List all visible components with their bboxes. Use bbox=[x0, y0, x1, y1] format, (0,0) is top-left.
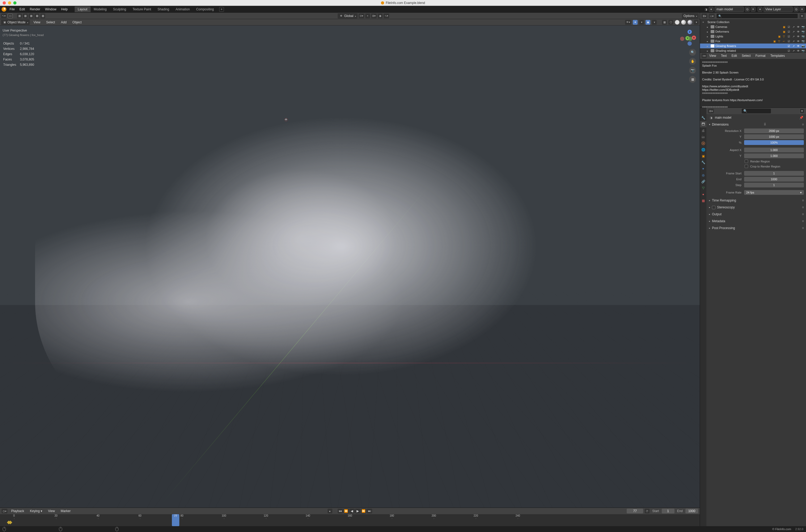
visibility-icon[interactable]: 👁 bbox=[796, 30, 800, 34]
close-window-button[interactable] bbox=[3, 1, 6, 4]
panel-menu-icon[interactable]: ≡ bbox=[802, 122, 803, 126]
viewport-menu-select[interactable]: Select bbox=[44, 20, 57, 25]
timeline-track[interactable]: 020406080100120140160180200220240 77 bbox=[0, 514, 700, 526]
selectable-icon[interactable]: ↗ bbox=[792, 35, 795, 38]
jump-end-button[interactable]: ⏭ bbox=[367, 509, 372, 513]
preview-range-toggle[interactable]: ⏱ bbox=[645, 509, 649, 513]
select-mode-1[interactable]: ▦ bbox=[17, 14, 22, 18]
selectable-icon[interactable]: ↗ bbox=[792, 25, 795, 29]
gizmo-dropdown[interactable]: ▾ bbox=[639, 20, 644, 25]
properties-options-button[interactable]: ▾ bbox=[800, 109, 804, 113]
options-dropdown[interactable]: Options bbox=[682, 13, 699, 19]
timeline-menu-keying[interactable]: Keying ▾ bbox=[28, 508, 44, 514]
frame-start-field[interactable]: 1 bbox=[744, 171, 804, 176]
panel-time-remapping[interactable]: Time Remapping≡ bbox=[709, 197, 804, 204]
crop-region-checkbox[interactable]: Crop to Render Region bbox=[709, 164, 804, 169]
jump-start-button[interactable]: ⏮ bbox=[338, 509, 343, 513]
viewport-menu-view[interactable]: View bbox=[31, 20, 42, 25]
gizmo-neg-z[interactable] bbox=[688, 41, 692, 46]
play-button[interactable]: ▶ bbox=[355, 509, 361, 513]
end-frame-field[interactable]: 1000 bbox=[685, 509, 698, 513]
visibility-icon[interactable]: 👁 bbox=[796, 49, 800, 52]
timeline-menu-playback[interactable]: Playback bbox=[9, 508, 26, 514]
exclude-checkbox[interactable]: ☑ bbox=[787, 35, 791, 38]
tab-world-icon[interactable]: 🌐 bbox=[700, 147, 707, 153]
overlay-dropdown[interactable]: ▾ bbox=[652, 20, 657, 25]
timeline-menu-marker[interactable]: Marker bbox=[59, 508, 73, 514]
mode-selector[interactable]: ▣ Object Mode bbox=[1, 20, 30, 25]
pin-icon[interactable]: 📌 bbox=[799, 116, 803, 119]
shading-solid[interactable] bbox=[675, 20, 680, 25]
viewlayer-browse-button[interactable]: ▾ bbox=[758, 7, 763, 12]
current-frame-field[interactable]: 77 bbox=[627, 509, 643, 513]
select-mode-3[interactable]: ▦ bbox=[29, 14, 34, 18]
resolution-percent-field[interactable]: 100% bbox=[744, 140, 804, 145]
te-menu-format[interactable]: Format bbox=[753, 53, 768, 58]
properties-search[interactable]: 🔍 bbox=[742, 109, 771, 113]
workspace-tab-texturepaint[interactable]: Texture Paint bbox=[129, 6, 154, 12]
outliner-type-dropdown[interactable]: ≣▾ bbox=[701, 14, 707, 18]
menu-edit[interactable]: Edit bbox=[17, 7, 27, 12]
maximize-window-button[interactable] bbox=[13, 1, 17, 4]
tab-data-icon[interactable]: ▽ bbox=[700, 185, 707, 191]
scene-new-button[interactable]: ⧉ bbox=[745, 7, 750, 12]
viewlayer-new-button[interactable]: ⧉ bbox=[794, 7, 799, 12]
autokey-toggle[interactable]: ● bbox=[328, 509, 332, 513]
proportional-toggle[interactable]: ◉ bbox=[378, 14, 383, 18]
selectable-icon[interactable]: ↗ bbox=[792, 44, 795, 48]
gizmo-x[interactable]: X bbox=[692, 36, 696, 40]
outliner-item[interactable]: Shading related☑↗👁📷 bbox=[700, 48, 806, 52]
panel-metadata[interactable]: Metadata≡ bbox=[709, 218, 804, 225]
gizmo-z[interactable]: Z bbox=[688, 30, 692, 34]
pivot-dropdown[interactable]: ⊙▾ bbox=[359, 14, 364, 18]
tab-object-icon[interactable]: ▣ bbox=[700, 153, 707, 159]
outliner-item[interactable]: Fox▣▽⤺☑↗👁📷 bbox=[700, 39, 806, 43]
select-mode-4[interactable]: ▦ bbox=[35, 14, 39, 18]
timeline-menu-view[interactable]: View bbox=[46, 508, 57, 514]
tool-cursor-select[interactable]: ↖▾ bbox=[1, 14, 7, 18]
menu-file[interactable]: File bbox=[7, 7, 17, 12]
texteditor-type-dropdown[interactable]: ≡▾ bbox=[701, 53, 707, 58]
properties-type-dropdown[interactable]: ⚙▾ bbox=[708, 109, 714, 113]
panel-output[interactable]: Output≡ bbox=[709, 211, 804, 218]
visibility-icon[interactable]: 👁 bbox=[796, 25, 800, 29]
tab-tool-icon[interactable]: 🔧 bbox=[700, 115, 707, 121]
visibility-icon[interactable]: 👁 bbox=[796, 39, 800, 43]
workspace-tab-layout[interactable]: Layout bbox=[75, 6, 91, 12]
aspect-x-field[interactable]: 1.000 bbox=[744, 148, 804, 152]
workspace-add-button[interactable]: + bbox=[219, 7, 224, 12]
te-menu-select[interactable]: Select bbox=[739, 53, 753, 58]
overlay-toggle[interactable]: ◉ bbox=[645, 20, 650, 25]
perspective-toggle-icon[interactable]: ▦ bbox=[689, 76, 696, 83]
outliner-search[interactable]: 🔍 bbox=[716, 13, 798, 19]
render-icon[interactable]: 📷 bbox=[801, 44, 805, 48]
tab-modifier-icon[interactable]: 🔧 bbox=[700, 159, 707, 166]
play-reverse-button[interactable]: ◀ bbox=[349, 509, 355, 513]
shading-dropdown[interactable]: ▾ bbox=[694, 20, 699, 25]
scene-delete-button[interactable]: ✕ bbox=[751, 7, 755, 12]
3d-viewport[interactable]: User Perspective (77) Glowing flowers | … bbox=[0, 25, 700, 508]
resolution-y-field[interactable]: 1000 px bbox=[744, 134, 804, 139]
panel-presets-icon[interactable]: ⠿ bbox=[764, 122, 767, 126]
tab-constraint-icon[interactable]: 🔗 bbox=[700, 178, 707, 185]
render-icon[interactable]: 📷 bbox=[801, 39, 805, 43]
shading-rendered[interactable] bbox=[688, 20, 692, 25]
gizmo-toggle[interactable]: ✦ bbox=[633, 20, 638, 25]
start-frame-field[interactable]: 1 bbox=[662, 509, 675, 513]
camera-view-icon[interactable]: 📷 bbox=[689, 67, 696, 74]
render-region-checkbox[interactable]: Render Region bbox=[709, 159, 804, 164]
exclude-checkbox[interactable]: ☑ bbox=[787, 49, 791, 52]
outliner-item[interactable]: Cameras▣☑↗👁📷 bbox=[700, 24, 806, 29]
tool-tweak[interactable]: ▭ bbox=[8, 14, 13, 18]
render-icon[interactable]: 📷 bbox=[801, 49, 805, 52]
shading-wireframe[interactable]: ⬡ bbox=[668, 20, 673, 25]
resolution-x-field[interactable]: 2000 px bbox=[744, 129, 804, 133]
select-mode-2[interactable]: ▦ bbox=[23, 14, 28, 18]
aspect-y-field[interactable]: 1.000 bbox=[744, 153, 804, 158]
tab-scene-icon[interactable]: 🛞 bbox=[700, 140, 707, 147]
render-icon[interactable]: 📷 bbox=[801, 25, 805, 29]
playhead[interactable]: 77 bbox=[172, 514, 179, 526]
workspace-tab-shading[interactable]: Shading bbox=[154, 6, 172, 12]
selectable-icon[interactable]: ↗ bbox=[792, 39, 795, 43]
xray-toggle[interactable]: ▦ bbox=[662, 20, 667, 25]
